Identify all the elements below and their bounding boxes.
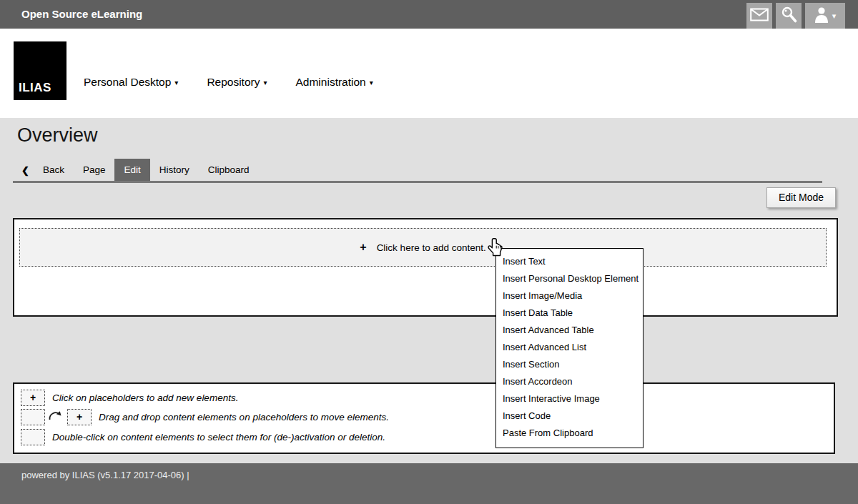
plus-icon: + (360, 241, 366, 254)
insert-menu-item[interactable]: Insert Interactive Image (496, 390, 643, 407)
legend-row: + Drag and drop content elements on plac… (21, 407, 828, 426)
tab-clipboard[interactable]: Clipboard (199, 159, 259, 182)
nav-item-administration[interactable]: Administration▾ (296, 76, 373, 89)
app-title: Open Source eLearning (21, 0, 142, 29)
search-icon (780, 6, 798, 26)
topbar-actions: ▾ (746, 3, 845, 29)
search-button[interactable] (776, 3, 802, 29)
tabbar: ❮ Back Page Edit History Clipboard (21, 159, 259, 182)
mail-button[interactable] (746, 3, 772, 29)
insert-menu-item[interactable]: Insert Data Table (496, 305, 643, 322)
caret-down-icon: ▾ (263, 79, 267, 87)
insert-menu-item[interactable]: Insert Code (496, 407, 643, 425)
insert-menu-item[interactable]: Insert Text (496, 253, 643, 270)
drag-arrow-icon (48, 409, 64, 425)
insert-menu-item[interactable]: Insert Accordeon (496, 373, 643, 390)
nav-item-repository[interactable]: Repository▾ (207, 76, 267, 89)
caret-down-icon: ▾ (370, 79, 373, 87)
insert-menu-item[interactable]: Paste From Clipboard (496, 425, 643, 442)
insert-menu-item[interactable]: Insert Section (496, 356, 643, 373)
content-element-chip-icon (21, 429, 45, 445)
caret-down-icon: ▾ (832, 12, 837, 20)
user-icon (814, 6, 829, 26)
insert-menu-item[interactable]: Insert Image/Media (496, 287, 643, 305)
tab-page[interactable]: Page (74, 159, 115, 182)
ilias-logo-text: ILIAS (19, 81, 51, 95)
legend-row: Double-click on content elements to sele… (21, 428, 828, 446)
placeholder-label: Click here to add content. (377, 242, 486, 253)
legend-row: + Click on placeholders to add new eleme… (21, 388, 828, 407)
insert-menu-item[interactable]: Insert Advanced Table (496, 322, 643, 339)
legend-text: Click on placeholders to add new element… (52, 392, 238, 403)
edit-mode-button[interactable]: Edit Mode (766, 187, 836, 208)
tab-back[interactable]: Back (34, 159, 74, 182)
legend-text: Drag and drop content elements on placeh… (99, 412, 389, 423)
tab-edit[interactable]: Edit (114, 159, 149, 182)
caret-down-icon: ▾ (174, 79, 178, 87)
legend-text: Double-click on content elements to sele… (52, 432, 385, 443)
topbar: Open Source eLearning (0, 0, 858, 29)
header: ILIAS Personal Desktop▾ Repository▾ Admi… (0, 29, 858, 118)
page-editor-box: + Click here to add content. (13, 218, 838, 317)
add-content-placeholder[interactable]: + Click here to add content. (19, 228, 827, 267)
insert-menu: Insert Text Insert Personal Desktop Elem… (495, 248, 644, 448)
content-area: Overview ❮ Back Page Edit History Clipbo… (0, 118, 858, 463)
mail-icon (750, 8, 769, 24)
placeholder-chip-icon: + (21, 390, 45, 406)
insert-menu-item[interactable]: Insert Personal Desktop Element (496, 270, 643, 287)
back-chevron-icon[interactable]: ❮ (21, 165, 34, 176)
tab-history[interactable]: History (150, 159, 199, 182)
ilias-logo[interactable]: ILIAS (14, 41, 66, 100)
tab-divider (13, 181, 822, 183)
nav-item-personal-desktop[interactable]: Personal Desktop▾ (84, 76, 178, 89)
page-title: Overview (17, 124, 98, 147)
legend-box: + Click on placeholders to add new eleme… (13, 382, 835, 454)
footer: powered by ILIAS (v5.1.17 2017-04-06) | (0, 463, 858, 504)
insert-menu-item[interactable]: Insert Advanced List (496, 339, 643, 356)
user-menu-button[interactable]: ▾ (805, 3, 845, 29)
footer-text: powered by ILIAS (v5.1.17 2017-04-06) | (21, 470, 189, 480)
placeholder-chip-icon: + (67, 409, 92, 425)
content-element-chip-icon (21, 409, 45, 425)
main-nav: Personal Desktop▾ Repository▾ Administra… (84, 76, 373, 89)
